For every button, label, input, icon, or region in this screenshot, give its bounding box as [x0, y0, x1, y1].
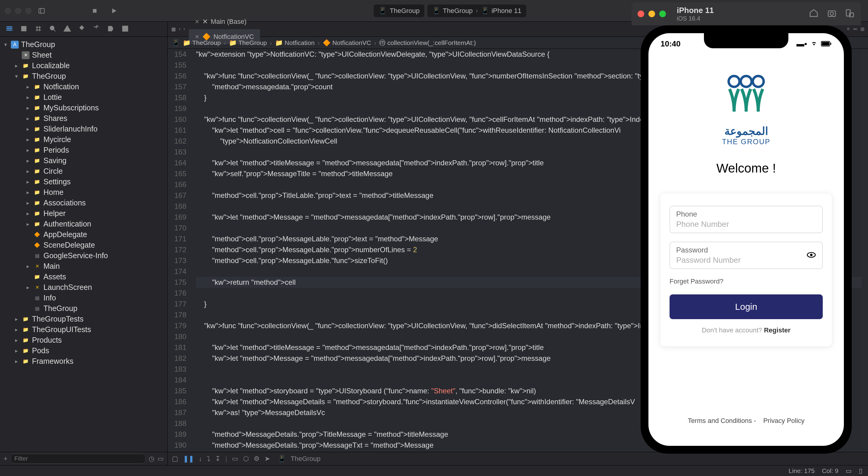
view-debug-button[interactable]: ▭: [232, 455, 238, 463]
tree-item-circle[interactable]: ▸📁Circle: [0, 166, 167, 176]
hide-debug-button[interactable]: ▢: [172, 455, 178, 463]
tree-item-localizable[interactable]: ▸📁Localizable: [0, 60, 167, 71]
tree-item-main[interactable]: ▸✕Main: [0, 261, 167, 271]
svg-point-24: [753, 76, 764, 87]
tree-item-products[interactable]: ▸📁Products: [0, 335, 167, 346]
tree-item-authentication[interactable]: ▸📁Authentication: [0, 219, 167, 229]
tree-item-shares[interactable]: ▸📁Shares: [0, 113, 167, 124]
svg-point-8: [50, 26, 54, 30]
run-destination[interactable]: 📱 TheGroup › 📱 iPhone 11: [427, 4, 526, 17]
tree-item-info[interactable]: ▤Info: [0, 293, 167, 303]
recent-filter-icon[interactable]: ◷: [149, 455, 154, 463]
step-into-button[interactable]: ↧: [215, 455, 220, 463]
tree-item-periods[interactable]: ▸📁Periods: [0, 145, 167, 155]
editor-tab-main-base-[interactable]: ✕✕Main (Base): [189, 14, 260, 29]
tree-item-launchscreen[interactable]: ▸✕LaunchScreen: [0, 282, 167, 293]
app-content: المجموعة THE GROUP Welcome ! Phone Phone…: [648, 54, 844, 446]
navigator-tab-bar: [0, 22, 167, 37]
toggle-password-icon[interactable]: [806, 250, 816, 261]
jump-segment[interactable]: 🔶 NotficationVC: [323, 39, 371, 47]
add-button[interactable]: +: [4, 455, 7, 463]
jump-segment[interactable]: 📁 TheGroup: [229, 39, 267, 47]
svg-rect-0: [39, 8, 44, 13]
test-navigator-tab[interactable]: [78, 25, 86, 34]
toggle-navigator-button[interactable]: [35, 5, 48, 17]
project-navigator-tab[interactable]: [5, 25, 13, 34]
tree-item-sheet[interactable]: ✕Sheet: [0, 50, 167, 60]
tree-item-mysubscriptions[interactable]: ▸📁MySubscriptions: [0, 102, 167, 113]
continue-button[interactable]: ↓: [199, 455, 202, 463]
tree-item-thegroup[interactable]: ▾ATheGroup: [0, 39, 167, 50]
privacy-link[interactable]: Privacy Policy: [763, 417, 805, 425]
tree-item-notfication[interactable]: ▸📁Notfication: [0, 82, 167, 92]
tree-item-assets[interactable]: 📁Assets: [0, 271, 167, 282]
tree-item-googleservice-info[interactable]: ▤GoogleService-Info: [0, 250, 167, 261]
tree-item-thegroupuitests[interactable]: ▸📁TheGroupUITests: [0, 324, 167, 335]
find-navigator-tab[interactable]: [49, 25, 57, 34]
jump-segment[interactable]: ⓜ collectionView(_:cellForItemAt:): [379, 39, 476, 47]
sim-rotate-button[interactable]: [845, 8, 855, 19]
sim-home-button[interactable]: [809, 8, 818, 19]
tree-item-home[interactable]: ▸📁Home: [0, 187, 167, 198]
breakpoint-navigator-tab[interactable]: [107, 25, 115, 34]
tree-item-thegroup[interactable]: ▾📁TheGroup: [0, 71, 167, 82]
step-over-button[interactable]: ⤵: [207, 455, 210, 463]
tree-item-thegrouptests[interactable]: ▸📁TheGroupTests: [0, 314, 167, 324]
scm-filter-icon[interactable]: ▭: [157, 455, 164, 463]
tree-item-mycircle[interactable]: ▸📁Mycircle: [0, 134, 167, 145]
memory-graph-button[interactable]: ⬡: [243, 455, 249, 463]
symbol-navigator-tab[interactable]: [34, 25, 42, 34]
tree-item-frameworks[interactable]: ▸📁Frameworks: [0, 356, 167, 366]
sim-screenshot-button[interactable]: [827, 8, 837, 19]
minimize-window-button[interactable]: [15, 8, 21, 14]
issue-navigator-tab[interactable]: [63, 25, 71, 34]
jump-segment[interactable]: 📁 Notfication: [275, 39, 315, 47]
tree-item-appdelegate[interactable]: 🔶AppDelegate: [0, 229, 167, 240]
pause-button[interactable]: ❚❚: [183, 455, 194, 463]
register-link[interactable]: Register: [764, 326, 790, 334]
sim-minimize-button[interactable]: [648, 10, 655, 17]
tree-item-lottie[interactable]: ▸📁Lottie: [0, 92, 167, 102]
target-name: TheGroup: [443, 7, 473, 15]
tree-item-settings[interactable]: ▸📁Settings: [0, 176, 167, 187]
phone-frame: 10:40 ▬▪ المجموعة: [641, 25, 852, 454]
environment-button[interactable]: ⚙: [254, 455, 260, 463]
report-navigator-tab[interactable]: [121, 25, 129, 34]
tree-item-thegroup[interactable]: ▤TheGroup: [0, 303, 167, 314]
terms-link[interactable]: Terms and Conditions -: [688, 417, 756, 425]
related-items-button[interactable]: ▦: [171, 26, 176, 32]
phone-field[interactable]: Phone Phone Number: [670, 206, 823, 233]
stop-button[interactable]: [88, 5, 101, 17]
filter-input[interactable]: [10, 454, 146, 464]
tree-item-helper[interactable]: ▸📁Helper: [0, 208, 167, 219]
project-tree[interactable]: ▾ATheGroup✕Sheet▸📁Localizable▾📁TheGroup▸…: [0, 37, 167, 452]
sim-zoom-button[interactable]: [659, 10, 666, 17]
svg-marker-11: [80, 26, 84, 30]
toggle-debug-area-button[interactable]: ▭: [846, 467, 852, 475]
tree-item-pods[interactable]: ▸📁Pods: [0, 346, 167, 356]
tree-item-sliderlanuchinfo[interactable]: ▸📁SliderlanuchInfo: [0, 124, 167, 134]
tree-item-associations[interactable]: ▸📁Associations: [0, 198, 167, 208]
password-field[interactable]: Password Password Number: [670, 242, 823, 269]
source-control-tab[interactable]: [20, 25, 28, 34]
forward-button[interactable]: ›: [183, 26, 185, 32]
toggle-inspector-button[interactable]: ▯: [859, 467, 863, 475]
debug-app-icon: 📱: [278, 455, 286, 463]
add-editor-button[interactable]: ⊞: [861, 26, 864, 32]
login-button[interactable]: Login: [670, 294, 823, 319]
minimap[interactable]: [862, 49, 868, 452]
debug-navigator-tab[interactable]: [92, 25, 100, 34]
zoom-window-button[interactable]: [25, 8, 31, 14]
forget-password-link[interactable]: Forget Password?: [670, 277, 823, 285]
svg-marker-3: [112, 8, 116, 13]
back-button[interactable]: ‹: [179, 26, 180, 32]
jump-segment[interactable]: 📁 TheGroup: [183, 39, 221, 47]
run-button[interactable]: [107, 5, 121, 17]
close-window-button[interactable]: [5, 8, 11, 14]
tree-item-scenedelegate[interactable]: 🔶SceneDelegate: [0, 240, 167, 250]
scheme-selector[interactable]: 📱 TheGroup: [374, 4, 424, 17]
tree-item-saving[interactable]: ▸📁Saving: [0, 155, 167, 166]
location-button[interactable]: ➤: [265, 455, 270, 463]
sim-close-button[interactable]: [638, 10, 644, 17]
target-icon: 📱: [432, 7, 440, 15]
